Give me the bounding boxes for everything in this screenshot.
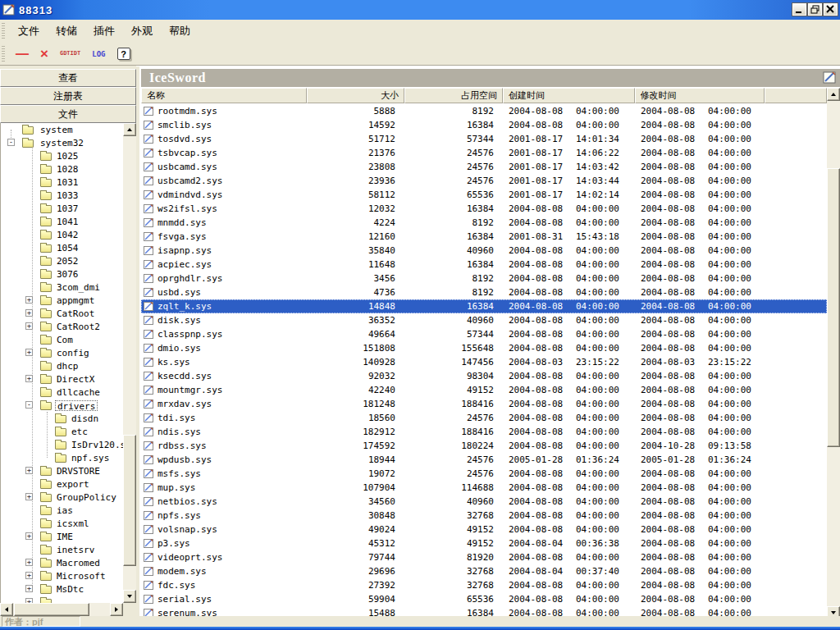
- menu-item[interactable]: 文件: [10, 21, 48, 41]
- file-row-rdbss.sys[interactable]: rdbss.sys1745921802242004-08-0804:00:002…: [141, 439, 827, 453]
- file-row-netbios.sys[interactable]: netbios.sys34560409602004-08-0804:00:002…: [141, 495, 827, 509]
- column-header-创建时间[interactable]: 创建时间: [503, 88, 635, 103]
- tree-item-drivers[interactable]: -drivers: [1, 399, 136, 412]
- sidebar-tab-查看[interactable]: 查看: [0, 69, 136, 87]
- file-row-ksecdd.sys[interactable]: ksecdd.sys92032983042004-08-0804:00:0020…: [141, 369, 827, 383]
- collapse-icon[interactable]: -: [7, 139, 15, 146]
- tree-item-partial[interactable]: +: [1, 596, 136, 603]
- terminate-tool[interactable]: —: [16, 47, 29, 62]
- tree-item-CatRoot[interactable]: +CatRoot: [1, 307, 136, 320]
- expand-icon[interactable]: +: [25, 532, 33, 540]
- sidebar-tab-文件[interactable]: 文件: [0, 105, 136, 123]
- tree-scroll-thumb[interactable]: [123, 435, 136, 566]
- file-row-usbcamd2.sys[interactable]: usbcamd2.sys23936245762001-08-1714:03:44…: [141, 174, 827, 188]
- tree-item-inetsrv[interactable]: inetsrv: [1, 543, 136, 556]
- file-row-usbd.sys[interactable]: usbd.sys473681922004-08-0804:00:002004-0…: [141, 285, 827, 299]
- file-row-p3.sys[interactable]: p3.sys45312491522004-08-0400:36:382004-0…: [141, 536, 827, 550]
- tree-item-1025[interactable]: 1025: [1, 149, 136, 162]
- tree-item-1031[interactable]: 1031: [1, 176, 136, 189]
- column-header-修改时间[interactable]: 修改时间: [635, 88, 765, 103]
- file-row-vdmindvd.sys[interactable]: vdmindvd.sys58112655362001-08-1714:02:14…: [141, 188, 827, 202]
- file-row-serial.sys[interactable]: serial.sys59904655362004-08-0804:00:0020…: [141, 592, 827, 606]
- tree-item-dhcp[interactable]: dhcp: [1, 359, 136, 372]
- tree-item-3076[interactable]: 3076: [1, 267, 136, 281]
- tree-item-Com[interactable]: Com: [1, 333, 136, 346]
- file-row-usbcamd.sys[interactable]: usbcamd.sys23808245762001-08-1714:03:422…: [141, 160, 827, 174]
- menu-item[interactable]: 外观: [123, 21, 161, 41]
- menu-item[interactable]: 转储: [48, 21, 85, 41]
- menu-item[interactable]: 帮助: [161, 21, 199, 41]
- tree-item-etc[interactable]: etc: [1, 425, 136, 438]
- expand-icon[interactable]: +: [25, 572, 33, 579]
- file-row-acpiec.sys[interactable]: acpiec.sys11648163842004-08-0804:00:0020…: [141, 258, 827, 272]
- sidebar-tab-注册表[interactable]: 注册表: [0, 87, 136, 105]
- expand-icon[interactable]: +: [25, 493, 33, 500]
- close-button[interactable]: [824, 3, 838, 16]
- file-row-ndis.sys[interactable]: ndis.sys1829121884162004-08-0804:00:0020…: [141, 425, 827, 439]
- list-scroll-up-button[interactable]: [827, 88, 840, 101]
- file-row-tosdvd.sys[interactable]: tosdvd.sys51712573442001-08-1714:01:3420…: [141, 132, 827, 146]
- tree-item-GroupPolicy[interactable]: +GroupPolicy: [1, 491, 136, 504]
- file-row-disk.sys[interactable]: disk.sys36352409602004-08-0804:00:002004…: [141, 313, 827, 327]
- file-row-fdc.sys[interactable]: fdc.sys27392327682004-08-0804:00:002004-…: [141, 578, 827, 592]
- expand-icon[interactable]: +: [25, 375, 33, 382]
- file-row-smclib.sys[interactable]: smclib.sys14592163842004-08-0804:00:0020…: [141, 118, 827, 132]
- list-scroll-thumb[interactable]: [827, 168, 840, 447]
- file-row-mountmgr.sys[interactable]: mountmgr.sys42240491522004-08-0804:00:00…: [141, 383, 827, 397]
- tree-item-1037[interactable]: 1037: [1, 202, 136, 215]
- tree-item-export[interactable]: export: [1, 477, 136, 491]
- file-row-mrxdav.sys[interactable]: mrxdav.sys1812481884162004-08-0804:00:00…: [141, 397, 827, 411]
- help-tool[interactable]: ?: [117, 48, 130, 60]
- tree-item-Macromed[interactable]: +Macromed: [1, 556, 136, 569]
- gdt-idt-tool[interactable]: GDTIDT: [60, 51, 80, 57]
- file-row-dmio.sys[interactable]: dmio.sys1518081556482004-08-0804:00:0020…: [141, 341, 827, 355]
- tree-scroll-right-button[interactable]: [110, 603, 123, 616]
- minimize-button[interactable]: [792, 3, 806, 16]
- expand-icon[interactable]: +: [25, 322, 33, 330]
- column-header-大小[interactable]: 大小: [307, 88, 405, 103]
- file-row-classpnp.sys[interactable]: classpnp.sys49664573442004-08-0804:00:00…: [141, 327, 827, 341]
- column-header-blank[interactable]: [765, 88, 827, 103]
- tree-item-1033[interactable]: 1033: [1, 189, 136, 202]
- file-row-isapnp.sys[interactable]: isapnp.sys35840409602004-08-0804:00:0020…: [141, 244, 827, 258]
- file-row-ws2ifsl.sys[interactable]: ws2ifsl.sys12032163842004-08-0804:00:002…: [141, 202, 827, 216]
- expand-icon[interactable]: +: [25, 296, 33, 304]
- expand-icon[interactable]: +: [25, 309, 33, 317]
- list-vertical-scrollbar[interactable]: [827, 88, 840, 619]
- tree-item-Microsoft[interactable]: +Microsoft: [1, 569, 136, 582]
- file-row-mup.sys[interactable]: mup.sys1079041146882004-08-0804:00:00200…: [141, 481, 827, 495]
- file-row-zqlt_k.sys[interactable]: zqlt_k.sys14848163842004-08-0804:00:0020…: [141, 299, 827, 313]
- tree-horizontal-scrollbar[interactable]: [0, 603, 123, 616]
- file-row-wpdusb.sys[interactable]: wpdusb.sys18944245762005-01-2801:36:2420…: [141, 453, 827, 467]
- file-row-rootmdm.sys[interactable]: rootmdm.sys588881922004-08-0804:00:00200…: [141, 104, 827, 118]
- log-tool[interactable]: LOG: [92, 50, 105, 58]
- tree-item-npf.sys[interactable]: npf.sys: [1, 451, 136, 464]
- tree-item-2052[interactable]: 2052: [1, 254, 136, 267]
- tree-scroll-up-button[interactable]: [123, 123, 136, 136]
- restore-button[interactable]: [808, 3, 822, 16]
- delete-tool[interactable]: ×: [40, 46, 48, 62]
- column-header-名称[interactable]: 名称: [141, 88, 307, 103]
- tree-item-appmgmt[interactable]: +appmgmt: [1, 294, 136, 307]
- file-row-tsbvcap.sys[interactable]: tsbvcap.sys21376245762001-08-1714:06:222…: [141, 146, 827, 160]
- collapse-icon[interactable]: -: [25, 401, 33, 409]
- expand-icon[interactable]: +: [25, 467, 33, 474]
- tree-scroll-left-button[interactable]: [0, 603, 13, 616]
- menu-item[interactable]: 插件: [85, 21, 123, 41]
- tree-item-CatRoot2[interactable]: +CatRoot2: [1, 320, 136, 333]
- tree-item-DirectX[interactable]: +DirectX: [1, 372, 136, 386]
- tree-item-DRVSTORE[interactable]: +DRVSTORE: [1, 464, 136, 477]
- tree-item-1041[interactable]: 1041: [1, 215, 136, 228]
- file-row-oprghdlr.sys[interactable]: oprghdlr.sys345681922004-08-0804:00:0020…: [141, 272, 827, 285]
- file-row-ks.sys[interactable]: ks.sys1409281474562004-08-0323:15:222004…: [141, 355, 827, 369]
- tree-item-icsxml[interactable]: icsxml: [1, 517, 136, 530]
- file-row-tdi.sys[interactable]: tdi.sys18560245762004-08-0804:00:002004-…: [141, 411, 827, 425]
- tree-item-IME[interactable]: +IME: [1, 530, 136, 543]
- tree-item-system[interactable]: system: [1, 123, 136, 136]
- file-row-videoprt.sys[interactable]: videoprt.sys79744819202004-08-0804:00:00…: [141, 550, 827, 564]
- column-header-占用空间[interactable]: 占用空间: [404, 88, 503, 103]
- tree-vertical-scrollbar[interactable]: [123, 123, 136, 603]
- tree-item-disdn[interactable]: disdn: [1, 412, 136, 425]
- file-row-volsnap.sys[interactable]: volsnap.sys49024491522004-08-0804:00:002…: [141, 523, 827, 536]
- tree-item-1054[interactable]: 1054: [1, 241, 136, 254]
